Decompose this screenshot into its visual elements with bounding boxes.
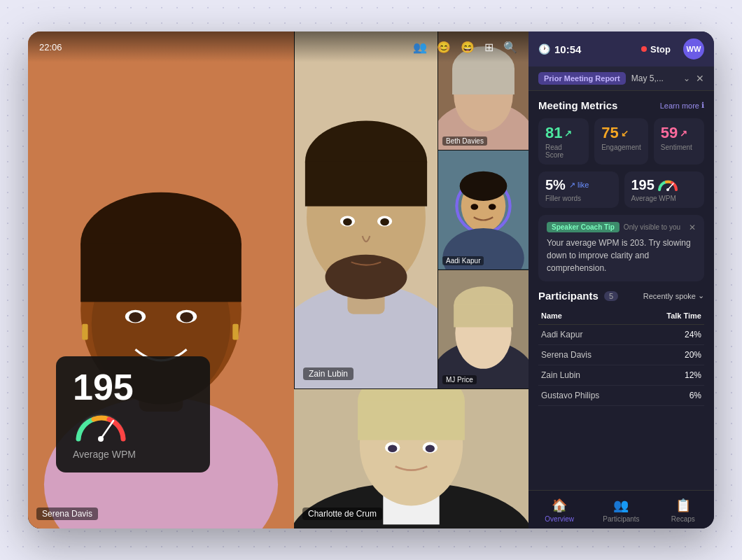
- participants-icon[interactable]: 👥: [413, 41, 427, 54]
- svg-point-50: [388, 444, 397, 452]
- recaps-icon: 📋: [676, 498, 691, 513]
- recently-spoke-label: Recently spoke: [643, 292, 696, 300]
- thumb-mj: MJ Price: [438, 270, 528, 388]
- coach-tip-card: Speaker Coach Tip Only visible to you ✕ …: [538, 215, 704, 281]
- sentiment-score-label: Sentiment: [661, 144, 697, 151]
- recently-spoke-chevron: ⌄: [698, 291, 704, 300]
- charlotte-label: Charlotte de Crum: [302, 507, 382, 520]
- score-card-read: 81 ↗ Read Score: [538, 118, 589, 164]
- bottom-row: Charlotte de Crum: [294, 388, 528, 528]
- side-panel: 🕐 10:54 Stop WW Prior Meeting Report May…: [528, 31, 714, 528]
- learn-more-button[interactable]: Learn more ℹ: [660, 101, 704, 110]
- grid-top: Zain Lubin: [294, 31, 528, 388]
- video-time: 22:06: [39, 42, 62, 52]
- score-cards-row: 81 ↗ Read Score 75 ↙ Engagement 59 ↗: [538, 118, 704, 164]
- participant-name: Serena Davis: [538, 345, 640, 365]
- info-icon: ℹ: [701, 101, 704, 110]
- thumb-aadi: Aadi Kapur: [438, 150, 528, 269]
- participants-tab-icon: 👥: [613, 498, 629, 513]
- stat-avg-wpm: 195 Average WPM: [624, 172, 705, 208]
- panel-time-value: 10:54: [554, 43, 581, 55]
- svg-line-52: [101, 421, 113, 439]
- participant-talk-time: 12%: [640, 365, 704, 386]
- col-talk-time: Talk Time: [640, 307, 704, 325]
- table-row: Gustavo Philips 6%: [538, 386, 704, 406]
- coach-close-button[interactable]: ✕: [689, 223, 696, 232]
- svg-point-32: [460, 172, 507, 201]
- engagement-score-label: Engagement: [601, 144, 641, 151]
- stats-row: 5% ↗ like Filler words 195: [538, 172, 704, 208]
- filler-words-label: Filler words: [545, 195, 612, 202]
- svg-rect-47: [358, 400, 465, 440]
- coach-visible-text: Only visible to you: [624, 223, 685, 231]
- svg-point-22: [343, 218, 352, 226]
- svg-point-9: [129, 312, 142, 323]
- thumbnail-column: Beth Davies: [438, 31, 528, 388]
- svg-rect-6: [80, 244, 241, 302]
- meeting-date: May 5,...: [631, 74, 678, 83]
- zain-face: [295, 31, 438, 388]
- tab-recaps[interactable]: 📋 Recaps: [652, 495, 714, 526]
- center-person-zain: Zain Lubin: [294, 31, 438, 388]
- mj-label: MJ Price: [442, 375, 477, 384]
- wpm-number: 195: [73, 369, 193, 405]
- svg-point-55: [666, 188, 669, 191]
- gauge-svg: [73, 411, 129, 442]
- user-avatar: WW: [683, 38, 704, 59]
- svg-point-53: [98, 436, 104, 442]
- mini-gauge-icon: [658, 180, 678, 191]
- stop-button[interactable]: Stop: [636, 41, 676, 57]
- close-icon[interactable]: ✕: [696, 73, 704, 84]
- tab-participants[interactable]: 👥 Participants: [590, 495, 652, 526]
- emoji-icon[interactable]: 😊: [437, 41, 451, 54]
- participants-count: 5: [604, 291, 618, 301]
- zain-label: Zain Lubin: [303, 368, 354, 380]
- svg-point-23: [380, 218, 389, 226]
- layout-icon[interactable]: ⊞: [484, 41, 493, 54]
- panel-header: 🕐 10:54 Stop WW: [528, 31, 714, 66]
- svg-rect-11: [82, 324, 88, 340]
- wpm-overlay: 195 Average WPM: [56, 356, 210, 472]
- recaps-label: Recaps: [671, 515, 695, 523]
- coach-tip-text: Your average WPM is 203. Try slowing dow…: [547, 237, 696, 274]
- right-grid: Zain Lubin: [294, 31, 528, 528]
- stat-filler-words: 5% ↗ like Filler words: [538, 172, 619, 208]
- table-row: Zain Lubin 12%: [538, 365, 704, 386]
- mj-avatar-svg: [438, 270, 528, 388]
- stop-indicator: [641, 46, 647, 52]
- video-topbar: 22:06 👥 😊 😄 ⊞ 🔍: [28, 31, 528, 62]
- metrics-header: Meeting Metrics Learn more ℹ: [538, 99, 704, 111]
- participant-talk-time: 24%: [640, 325, 704, 345]
- beth-label: Beth Davies: [442, 136, 487, 146]
- prior-meeting-badge: Prior Meeting Report: [538, 72, 626, 85]
- svg-rect-40: [454, 304, 513, 327]
- panel-body: Meeting Metrics Learn more ℹ 81 ↗ Read S…: [528, 91, 714, 490]
- table-row: Aadi Kapur 24%: [538, 325, 704, 345]
- stop-label: Stop: [650, 44, 671, 55]
- avg-wpm-label: Average WPM: [631, 195, 698, 202]
- svg-point-33: [471, 204, 479, 210]
- tab-overview[interactable]: 🏠 Overview: [528, 495, 590, 526]
- coach-tip-header: Speaker Coach Tip Only visible to you ✕: [547, 222, 696, 232]
- panel-subheader: Prior Meeting Report May 5,... ⌄ ✕: [528, 66, 714, 91]
- participants-header: Participants 5 Recently spoke ⌄: [538, 290, 704, 302]
- participants-table: Name Talk Time Aadi Kapur 24% Serena Dav…: [538, 307, 704, 406]
- participant-name: Zain Lubin: [538, 365, 640, 386]
- sentiment-score-value: 59 ↗: [661, 124, 697, 142]
- reaction-icon[interactable]: 😄: [461, 41, 475, 54]
- score-card-engagement: 75 ↙ Engagement: [594, 118, 648, 164]
- read-score-label: Read Score: [545, 144, 582, 159]
- wpm-label: Average WPM: [73, 449, 193, 460]
- svg-rect-18: [305, 162, 427, 206]
- serena-label: Serena Davis: [36, 507, 98, 520]
- participants-title: Participants: [538, 290, 598, 302]
- video-area: 22:06 👥 😊 😄 ⊞ 🔍: [28, 31, 528, 528]
- recently-spoke-dropdown[interactable]: Recently spoke ⌄: [643, 291, 704, 300]
- engagement-score-value: 75 ↙: [601, 124, 641, 142]
- coach-badge: Speaker Coach Tip: [547, 222, 620, 232]
- read-score-value: 81 ↗: [545, 124, 582, 142]
- search-icon[interactable]: 🔍: [503, 41, 517, 54]
- chevron-down-icon[interactable]: ⌄: [683, 74, 690, 83]
- bottom-charlotte: Charlotte de Crum: [294, 389, 528, 528]
- table-row: Serena Davis 20%: [538, 345, 704, 365]
